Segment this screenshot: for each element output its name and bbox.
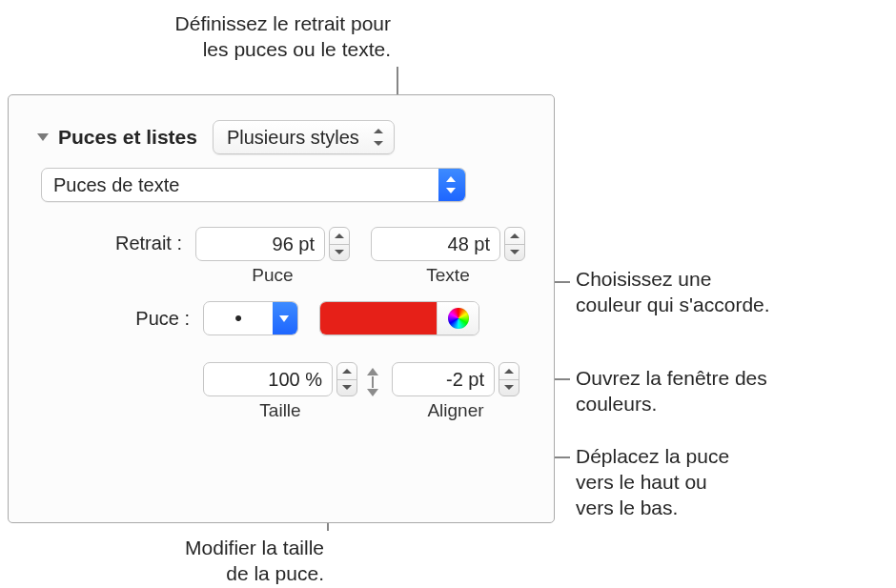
retrait-puce-caption: Puce [195, 265, 350, 286]
vertical-align-icon [363, 368, 382, 396]
list-style-label: Plusieurs styles [227, 127, 359, 149]
stepper[interactable] [499, 362, 519, 396]
callout-move-bullet: Déplacez la puce vers le haut ou vers le… [576, 444, 890, 521]
puce-label: Puce : [37, 308, 203, 330]
color-wheel-icon [448, 308, 469, 329]
section-header: Puces et listes Plusieurs styles [37, 120, 525, 154]
disclosure-triangle-icon[interactable] [37, 133, 49, 141]
chevron-down-icon [273, 302, 297, 335]
aligner-value[interactable]: -2 pt [392, 362, 495, 396]
retrait-texte-group: 48 pt Texte [371, 227, 525, 286]
step-down-icon[interactable] [330, 244, 349, 261]
aligner-spinner[interactable]: -2 pt [392, 362, 519, 396]
retrait-puce-value[interactable]: 96 pt [195, 227, 325, 261]
retrait-label: Retrait : [37, 227, 195, 254]
step-up-icon[interactable] [499, 363, 519, 379]
chevron-updown-icon [438, 169, 465, 201]
bullet-type-popup[interactable]: Puces de texte [41, 168, 466, 202]
step-up-icon[interactable] [337, 363, 356, 379]
step-up-icon[interactable] [330, 228, 349, 244]
retrait-texte-value[interactable]: 48 pt [371, 227, 500, 261]
stepper[interactable] [504, 227, 525, 261]
taille-group: 100 % Taille [203, 362, 357, 421]
chevron-updown-icon [373, 129, 384, 146]
color-wheel-button[interactable] [437, 302, 479, 335]
bullet-type-label: Puces de texte [42, 174, 438, 196]
retrait-texte-spinner[interactable]: 48 pt [371, 227, 525, 261]
callout-size: Modifier la taille de la puce. [119, 536, 324, 587]
callout-color-window: Ouvrez la fenêtre des couleurs. [576, 366, 890, 417]
stepper[interactable] [329, 227, 350, 261]
taille-spinner[interactable]: 100 % [203, 362, 357, 396]
retrait-puce-spinner[interactable]: 96 pt [195, 227, 350, 261]
color-swatch[interactable] [320, 302, 437, 335]
stepper[interactable] [336, 362, 357, 396]
callout-retrait: Définissez le retrait pour les puces ou … [19, 11, 391, 63]
bullet-glyph: • [204, 306, 273, 331]
step-down-icon[interactable] [505, 244, 524, 261]
section-title: Puces et listes [58, 126, 197, 149]
step-up-icon[interactable] [505, 228, 524, 244]
step-down-icon[interactable] [337, 379, 356, 396]
callout-color-match: Choisissez une couleur qui s'accorde. [576, 267, 890, 318]
aligner-caption: Aligner [392, 400, 519, 421]
aligner-group: -2 pt Aligner [392, 362, 519, 421]
taille-value[interactable]: 100 % [203, 362, 333, 396]
retrait-texte-caption: Texte [371, 265, 525, 286]
list-style-popup[interactable]: Plusieurs styles [213, 120, 395, 154]
bullets-lists-panel: Puces et listes Plusieurs styles Puces d… [8, 94, 555, 523]
bullet-glyph-popup[interactable]: • [203, 301, 298, 335]
step-down-icon[interactable] [499, 379, 519, 396]
retrait-puce-group: 96 pt Puce [195, 227, 350, 286]
bullet-color-group [319, 301, 479, 335]
taille-caption: Taille [203, 400, 357, 421]
